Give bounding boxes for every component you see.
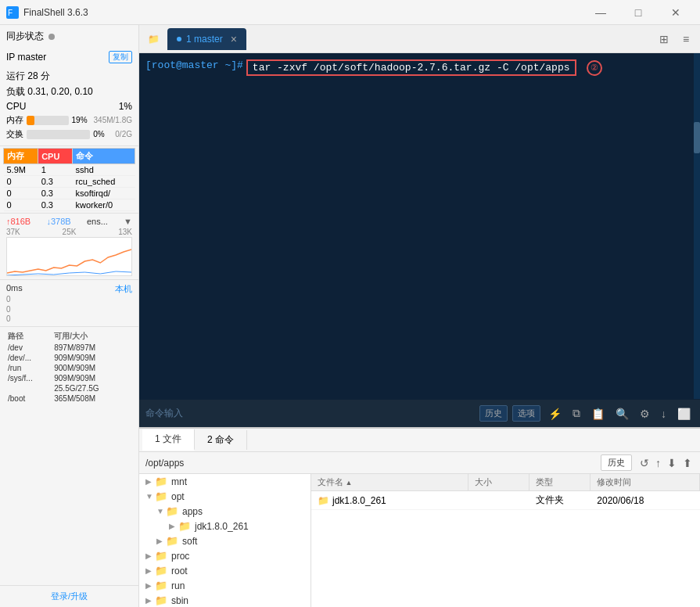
- tree-item[interactable]: ▶ 📁 soft: [139, 533, 311, 548]
- paste-icon[interactable]: 📋: [588, 406, 608, 422]
- settings-icon[interactable]: ⚙: [637, 406, 653, 422]
- main-layout: 同步状态 IP master 复制 运行 28 分 负载 0.31, 0.20,…: [0, 25, 700, 607]
- process-cmd: sshd: [73, 164, 135, 176]
- process-row: 0 0.3 kworker/0: [4, 199, 135, 211]
- terminal-tab[interactable]: 1 master ×: [167, 28, 246, 50]
- tree-item[interactable]: ▶ 📁 sbin: [139, 593, 311, 607]
- col-filename[interactable]: 文件名: [311, 474, 468, 490]
- file-type: 文件夹: [529, 491, 591, 509]
- process-row: 0 0.3 ksoftirqd/: [4, 188, 135, 199]
- disk-path: /sys/f...: [6, 373, 52, 383]
- refresh-icon[interactable]: ↺: [638, 455, 651, 471]
- process-mem: 5.9M: [4, 164, 38, 176]
- lightning-icon[interactable]: ⚡: [545, 406, 565, 422]
- folder-icon[interactable]: 📁: [142, 28, 164, 50]
- folder-icon: 📁: [155, 594, 167, 606]
- file-path-icons: ↺ ↑ ⬇ ⬆: [638, 455, 694, 471]
- mem-label: 内存: [6, 114, 27, 126]
- ip-label: IP master: [6, 52, 46, 63]
- tab-label: 1 master: [186, 34, 223, 45]
- disk-header-path: 路径: [6, 330, 52, 343]
- disk-path: /run: [6, 363, 52, 373]
- commands-tab[interactable]: 2 命令: [195, 430, 247, 450]
- app-icon: F: [6, 6, 19, 19]
- disk-size: 25.5G/27.5G: [52, 383, 132, 393]
- col-modified[interactable]: 修改时间: [591, 474, 700, 490]
- runtime-label: 运行 28 分: [6, 70, 50, 83]
- copy-icon[interactable]: ⧉: [569, 405, 583, 422]
- tree-item[interactable]: ▼ 📁 opt: [139, 489, 311, 504]
- folder-icon: 📁: [155, 565, 167, 576]
- folder-icon: 📁: [166, 535, 178, 547]
- file-download-icon[interactable]: ⬇: [666, 455, 678, 471]
- file-path-bar: /opt/apps 历史 ↺ ↑ ⬇ ⬆: [139, 452, 700, 474]
- search-icon[interactable]: 🔍: [612, 406, 632, 422]
- tree-item[interactable]: ▶ 📁 root: [139, 563, 311, 578]
- terminal[interactable]: [root@master ~]# tar -zxvf /opt/soft/had…: [139, 53, 700, 399]
- maximize-button[interactable]: □: [620, 0, 656, 25]
- tree-item[interactable]: ▼ 📁 apps: [139, 504, 311, 519]
- tab-bar: 📁 1 master × ⊞ ≡: [139, 25, 700, 53]
- cmd-placeholder: 命令输入: [145, 407, 475, 420]
- mem-row: 内存 19% 345M/1.8G: [6, 114, 132, 126]
- menu-button[interactable]: ≡: [675, 28, 697, 50]
- swap-label: 交换: [6, 128, 27, 140]
- files-tab[interactable]: 1 文件: [142, 429, 195, 451]
- mem-progress-bg: [27, 116, 69, 125]
- up-dir-icon[interactable]: ↑: [654, 455, 662, 471]
- tree-item-label: root: [171, 566, 188, 576]
- expand-icon[interactable]: ⬜: [674, 406, 694, 422]
- file-list-row[interactable]: 📁 jdk1.8.0_261 文件夹 2020/06/18: [311, 491, 700, 510]
- tree-item[interactable]: ▶ 📁 run: [139, 578, 311, 593]
- disk-row: /dev 897M/897M: [6, 343, 132, 353]
- load-label: 负载 0.31, 0.20, 0.10: [6, 85, 93, 99]
- close-button[interactable]: ✕: [658, 0, 694, 25]
- expand-arrow: ▶: [145, 581, 153, 590]
- tree-item-label: proc: [171, 551, 189, 562]
- file-modified: 2020/06/18: [591, 493, 700, 508]
- download-icon[interactable]: ↓: [658, 406, 669, 422]
- latency-v1: 0: [6, 305, 132, 314]
- circle-number: ②: [587, 60, 602, 76]
- process-header-cpu: CPU: [38, 149, 73, 164]
- swap-row: 交换 0% 0/2G: [6, 128, 132, 140]
- disk-size: 909M/909M: [52, 373, 132, 383]
- file-tree: ▶ 📁 mnt ▼ 📁 opt ▼ 📁 apps ▶ 📁 jdk1.8.0_26…: [139, 474, 311, 607]
- tree-item[interactable]: ▶ 📁 proc: [139, 548, 311, 563]
- runtime-section: 运行 28 分 负载 0.31, 0.20, 0.10 CPU 1% 内存 19…: [0, 66, 138, 145]
- net-dropdown-icon[interactable]: ▼: [124, 217, 132, 226]
- latency-v2: 0: [6, 314, 132, 323]
- minimize-button[interactable]: —: [583, 0, 619, 25]
- tree-item[interactable]: ▶ 📁 mnt: [139, 474, 311, 489]
- terminal-scrollbar[interactable]: [694, 53, 700, 399]
- tree-item-label: jdk1.8.0_261: [195, 521, 249, 532]
- process-mem: 0: [4, 199, 38, 211]
- options-button[interactable]: 选项: [512, 405, 540, 422]
- expand-arrow: ▶: [156, 537, 164, 545]
- history-button[interactable]: 历史: [479, 405, 508, 422]
- login-upgrade-button[interactable]: 登录/升级: [0, 585, 138, 607]
- latency-v0: 0: [6, 295, 132, 304]
- prompt-text: [root@master ~]#: [145, 59, 243, 71]
- disk-path: /boot: [6, 393, 52, 404]
- disk-path: /dev: [6, 343, 52, 353]
- tree-item[interactable]: ▶ 📁 jdk1.8.0_261: [139, 519, 311, 533]
- sidebar: 同步状态 IP master 复制 运行 28 分 负载 0.31, 0.20,…: [0, 25, 139, 607]
- folder-icon: 📁: [155, 476, 167, 487]
- file-history-button[interactable]: 历史: [601, 454, 632, 471]
- latency-values: 0 0 0: [6, 295, 132, 323]
- copy-button[interactable]: 复制: [109, 51, 132, 63]
- file-content: ▶ 📁 mnt ▼ 📁 opt ▼ 📁 apps ▶ 📁 jdk1.8.0_26…: [139, 474, 700, 607]
- disk-path: [6, 383, 52, 393]
- col-type[interactable]: 类型: [529, 474, 591, 490]
- mem-progress-fill: [27, 116, 34, 125]
- tab-close-button[interactable]: ×: [231, 33, 237, 45]
- latency-section: 0ms 本机 0 0 0: [0, 279, 138, 326]
- expand-arrow: ▼: [145, 492, 153, 501]
- file-upload-icon[interactable]: ⬆: [681, 455, 694, 471]
- grid-view-button[interactable]: ⊞: [653, 28, 675, 50]
- terminal-scrollbar-thumb[interactable]: [694, 122, 700, 153]
- col-size[interactable]: 大小: [468, 474, 529, 490]
- folder-icon: 📁: [166, 505, 178, 517]
- disk-row: /boot 365M/508M: [6, 393, 132, 404]
